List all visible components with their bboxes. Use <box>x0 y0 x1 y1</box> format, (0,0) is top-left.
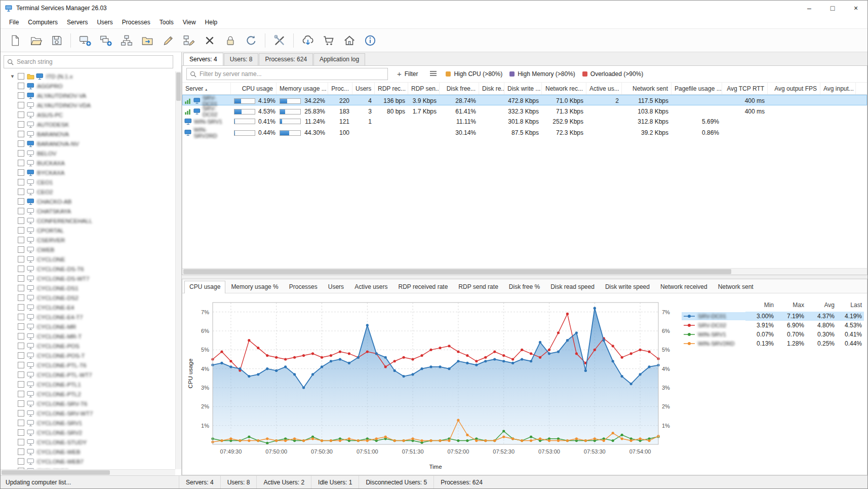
tree-item-checkbox[interactable] <box>18 246 24 253</box>
cloud-download-button[interactable] <box>297 30 318 50</box>
add-computer-button[interactable] <box>74 30 95 50</box>
chip-overloaded-90[interactable]: Overloaded (>90%) <box>582 70 643 78</box>
info-button[interactable] <box>360 30 380 50</box>
scrollbar-thumb[interactable] <box>183 269 731 274</box>
tree-item-baranova-nv[interactable]: BARANOVA-NV <box>1 139 181 148</box>
tree-item-checkbox[interactable] <box>18 227 24 234</box>
tree-item-cportal[interactable]: CPORTAL <box>1 225 181 235</box>
column-header-avg-output-fps[interactable]: Avg output FPS <box>768 83 820 94</box>
filter-button[interactable]: + Filter <box>394 69 421 79</box>
menu-computers[interactable]: Computers <box>23 17 62 28</box>
computer-search-box[interactable] <box>4 55 173 68</box>
sidebar-horizontal-scrollbar[interactable] <box>1 469 175 475</box>
tree-item-cyclone-srv-t6[interactable]: CYCLONE-SRV-T6 <box>1 399 181 408</box>
detail-tab-disk-free[interactable]: Disk free % <box>504 281 545 293</box>
menu-file[interactable]: File <box>5 17 23 28</box>
tree-item-cyclone-e4-t7[interactable]: CYCLONE-E4-T7 <box>1 312 181 322</box>
tree-item-cyclone-pos[interactable]: CYCLONE-POS <box>1 341 181 351</box>
tree-item-cyclone-srv1[interactable]: CYCLONE-SRV1 <box>1 418 181 428</box>
tree-item-belov[interactable]: BELOV <box>1 148 181 158</box>
new-file-button[interactable] <box>5 30 25 50</box>
tree-item-ceo1[interactable]: CEO1 <box>1 177 181 187</box>
tree-item-checkbox[interactable] <box>18 439 24 445</box>
home-button[interactable] <box>339 30 360 50</box>
server-filter-input[interactable] <box>200 70 384 78</box>
tree-item-itd-n-1-x[interactable]: ▾ITD (N.1.x <box>1 71 181 81</box>
table-row[interactable]: SRV-DC024.53%25.83%183380 bps1.7 Kbps61.… <box>182 105 867 116</box>
filter-menu-icon[interactable] <box>427 69 440 80</box>
detail-tab-network-sent[interactable]: Network sent <box>713 281 759 293</box>
menu-servers[interactable]: Servers <box>62 17 92 28</box>
detail-tab-users[interactable]: Users <box>323 281 349 293</box>
minimize-button[interactable]: – <box>798 1 821 16</box>
tree-item-cyclone-study[interactable]: CYCLONE-STUDY <box>1 437 181 447</box>
tree-item-asus-pc[interactable]: ASUS-PC <box>1 110 181 120</box>
detail-tab-processes[interactable]: Processes <box>284 281 323 293</box>
tab-application-log[interactable]: Application log <box>313 53 365 65</box>
tree-item-checkbox[interactable] <box>18 266 24 272</box>
tree-item-checkbox[interactable] <box>18 73 24 80</box>
tree-item-aggpro[interactable]: AGGPRO <box>1 81 181 91</box>
maximize-button[interactable]: □ <box>821 1 844 16</box>
tree-item-checkbox[interactable] <box>18 179 24 185</box>
tree-item-checkbox[interactable] <box>18 362 24 368</box>
chip-high-cpu-80[interactable]: High CPU (>80%) <box>446 70 502 78</box>
tree-item-cyclone-pos-t[interactable]: CYCLONE-POS-T <box>1 351 181 360</box>
close-button[interactable]: × <box>844 1 867 16</box>
tree-item-checkbox[interactable] <box>18 150 24 157</box>
legend-row-name[interactable]: WIN-SRV1 <box>682 330 745 338</box>
column-header-rdp-rec[interactable]: RDP rec... <box>375 83 408 94</box>
tree-item-ceo2[interactable]: CEO2 <box>1 187 181 197</box>
scrollbar-thumb[interactable] <box>2 470 110 475</box>
menu-users[interactable]: Users <box>92 17 117 28</box>
move-to-group-button[interactable] <box>137 30 157 50</box>
detail-tab-network-received[interactable]: Network received <box>655 281 713 293</box>
computer-tree-button[interactable] <box>116 30 137 50</box>
tree-item-cyclone-ptl2[interactable]: CYCLONE-PTL2 <box>1 389 181 399</box>
tree-item-byckaxa[interactable]: BYCKAXA <box>1 168 181 177</box>
detail-tab-active-users[interactable]: Active users <box>349 281 392 293</box>
tree-item-cyclone-e4[interactable]: CYCLONE-E4 <box>1 303 181 312</box>
tree-item-cweb[interactable]: CWEB <box>1 245 181 254</box>
tree-item-checkbox[interactable] <box>18 304 24 311</box>
tab-servers-4[interactable]: Servers: 4 <box>183 53 223 65</box>
tree-item-cyclone-ds-t6[interactable]: CYCLONE-DS-T6 <box>1 264 181 274</box>
tree-item-checkbox[interactable] <box>18 314 24 320</box>
tree-item-checkbox[interactable] <box>18 371 24 378</box>
tab-users-8[interactable]: Users: 8 <box>224 53 259 65</box>
server-filter-box[interactable] <box>186 68 388 80</box>
column-header-disk-free[interactable]: Disk free... <box>440 83 479 94</box>
legend-row-name[interactable]: SRV-DC02 <box>682 321 745 329</box>
tree-item-cyclone-ds2[interactable]: CYCLONE-DS2 <box>1 293 181 303</box>
table-row[interactable]: SRV-DC014.19%34.22%2204136 bps3.9 Kbps28… <box>182 95 867 105</box>
column-header-avg-input[interactable]: Avg input... <box>820 83 856 94</box>
tree-item-cyclone-mr[interactable]: CYCLONE-MR <box>1 322 181 331</box>
column-header-rdp-sen[interactable]: RDP sen... <box>408 83 440 94</box>
table-row[interactable]: WIN-SRV2RD0.44%44.30%10030.14%87.5 Kbps7… <box>182 127 867 137</box>
tree-item-checkbox[interactable] <box>18 237 24 243</box>
column-header-users[interactable]: Users <box>352 83 375 94</box>
tree-item-checkbox[interactable] <box>18 323 24 330</box>
detail-tab-memory-usage[interactable]: Memory usage % <box>226 281 283 293</box>
column-header-cpu-usage[interactable]: CPU usage <box>231 83 277 94</box>
tree-item-alyautdinov-va[interactable]: ALYAUTDINOV-VA <box>1 91 181 100</box>
menu-help[interactable]: Help <box>201 17 222 28</box>
tree-item-checkbox[interactable] <box>18 217 24 224</box>
detail-tab-disk-write-speed[interactable]: Disk write speed <box>600 281 655 293</box>
tree-item-checkbox[interactable] <box>18 121 24 128</box>
column-header-server[interactable]: Server▴ <box>182 83 231 94</box>
tree-item-cyclone-srv-wt7[interactable]: CYCLONE-SRV-WT7 <box>1 408 181 418</box>
tools-button[interactable] <box>269 30 290 50</box>
tree-item-cyclone-ds-wt7[interactable]: CYCLONE-DS-WT7 <box>1 274 181 283</box>
refresh-button[interactable] <box>241 30 261 50</box>
column-header-active-us[interactable]: Active us... <box>586 83 622 94</box>
tree-item-checkbox[interactable] <box>18 131 24 137</box>
tree-item-checkbox[interactable] <box>18 391 24 397</box>
tree-item-cyclone-ptl-wt7[interactable]: CYCLONE-PTL-WT7 <box>1 370 181 380</box>
column-header-avg-tcp-rtt[interactable]: Avg TCP RTT <box>722 83 768 94</box>
column-header-memory-usage[interactable]: Memory usage ... <box>277 83 328 94</box>
search-input[interactable] <box>17 58 170 65</box>
tree-item-checkbox[interactable] <box>18 352 24 359</box>
tree-item-checkbox[interactable] <box>18 333 24 340</box>
column-header-proc[interactable]: Proc... <box>328 83 352 94</box>
